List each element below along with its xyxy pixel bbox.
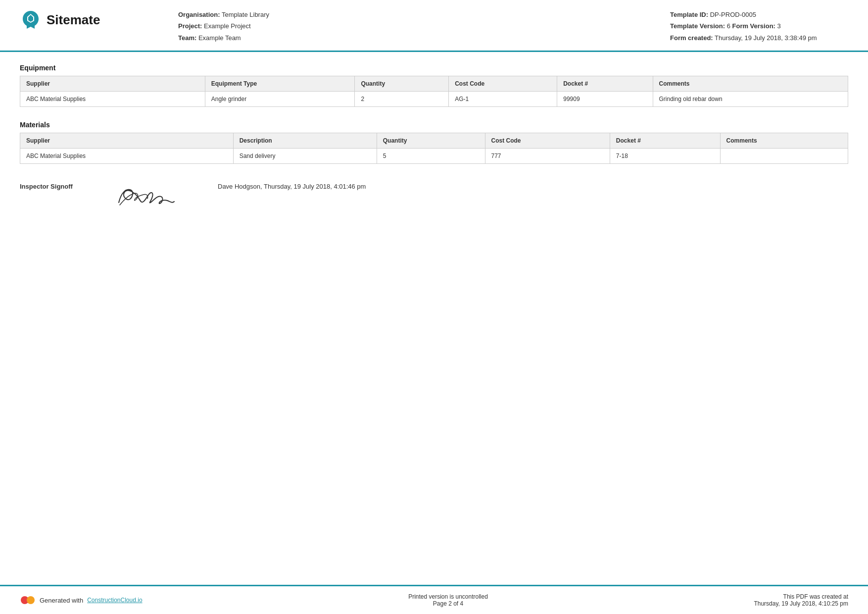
equipment-row-1: ABC Material Supplies Angle grinder 2 AG… bbox=[20, 92, 848, 107]
footer-pdf-created-text: This PDF was created at bbox=[754, 593, 848, 600]
form-version-value: 3 bbox=[777, 22, 781, 30]
materials-col-docket: Docket # bbox=[610, 133, 720, 149]
materials-row1-quantity: 5 bbox=[377, 149, 485, 164]
footer-link[interactable]: ConstructionCloud.io bbox=[87, 597, 142, 604]
materials-title: Materials bbox=[20, 121, 848, 129]
organisation-line: Organisation: Template Library bbox=[178, 9, 670, 20]
footer-pdf-created-date: Thursday, 19 July 2018, 4:10:25 pm bbox=[754, 600, 848, 607]
signoff-section: Inspector Signoff Dave Hodgson, Thursday… bbox=[20, 178, 848, 214]
template-id-line: Template ID: DP-PROD-0005 bbox=[670, 9, 848, 20]
template-id-value: DP-PROD-0005 bbox=[710, 11, 756, 18]
project-label: Project: bbox=[178, 22, 202, 30]
materials-table: Supplier Description Quantity Cost Code … bbox=[20, 133, 848, 164]
header-meta-left: Organisation: Template Library Project: … bbox=[148, 9, 670, 44]
team-label: Team: bbox=[178, 34, 196, 42]
header-meta-right: Template ID: DP-PROD-0005 Template Versi… bbox=[670, 9, 848, 44]
footer-uncontrolled: Printed version is uncontrolled bbox=[408, 593, 488, 600]
materials-table-header: Supplier Description Quantity Cost Code … bbox=[20, 133, 848, 149]
signoff-text: Dave Hodgson, Thursday, 19 July 2018, 4:… bbox=[208, 178, 366, 190]
footer-generated-text: Generated with bbox=[40, 597, 83, 604]
equipment-table: Supplier Equipment Type Quantity Cost Co… bbox=[20, 76, 848, 107]
materials-row1-supplier: ABC Material Supplies bbox=[20, 149, 234, 164]
organisation-value: Template Library bbox=[222, 11, 269, 18]
materials-row1-comments bbox=[720, 149, 848, 164]
materials-col-supplier: Supplier bbox=[20, 133, 234, 149]
footer-right: This PDF was created at Thursday, 19 Jul… bbox=[754, 593, 848, 607]
organisation-label: Organisation: bbox=[178, 11, 220, 18]
signoff-signature bbox=[109, 178, 208, 214]
version-line: Template Version: 6 Form Version: 3 bbox=[670, 20, 848, 32]
logo-area: Sitemate bbox=[20, 9, 148, 31]
equipment-table-header: Supplier Equipment Type Quantity Cost Co… bbox=[20, 76, 848, 92]
materials-col-comments: Comments bbox=[720, 133, 848, 149]
logo-text: Sitemate bbox=[47, 12, 100, 28]
footer-page: Page 2 of 4 bbox=[408, 600, 488, 607]
template-version-value: 6 bbox=[727, 22, 730, 30]
equipment-row1-comments: Grinding old rebar down bbox=[653, 92, 848, 107]
form-version-label: Form Version: bbox=[732, 22, 775, 30]
signature-svg bbox=[109, 178, 188, 212]
page-header: Sitemate Organisation: Template Library … bbox=[0, 0, 868, 52]
signoff-label: Inspector Signoff bbox=[20, 178, 109, 190]
equipment-row1-cost-code: AG-1 bbox=[449, 92, 557, 107]
equipment-table-body: ABC Material Supplies Angle grinder 2 AG… bbox=[20, 92, 848, 107]
footer-center: Printed version is uncontrolled Page 2 o… bbox=[408, 593, 488, 607]
template-id-label: Template ID: bbox=[670, 11, 708, 18]
svg-point-1 bbox=[27, 596, 35, 604]
materials-header-row: Supplier Description Quantity Cost Code … bbox=[20, 133, 848, 149]
equipment-col-cost-code: Cost Code bbox=[449, 76, 557, 92]
footer-logo-icon bbox=[20, 592, 36, 608]
page-footer: Generated with ConstructionCloud.io Prin… bbox=[0, 585, 868, 614]
equipment-header-row: Supplier Equipment Type Quantity Cost Co… bbox=[20, 76, 848, 92]
equipment-col-comments: Comments bbox=[653, 76, 848, 92]
equipment-section: Equipment Supplier Equipment Type Quanti… bbox=[20, 64, 848, 107]
form-created-value: Thursday, 19 July 2018, 3:38:49 pm bbox=[715, 34, 817, 42]
template-version-label: Template Version: bbox=[670, 22, 725, 30]
materials-row-1: ABC Material Supplies Sand delivery 5 77… bbox=[20, 149, 848, 164]
equipment-col-type: Equipment Type bbox=[205, 76, 355, 92]
materials-table-body: ABC Material Supplies Sand delivery 5 77… bbox=[20, 149, 848, 164]
team-line: Team: Example Team bbox=[178, 32, 670, 44]
equipment-row1-quantity: 2 bbox=[355, 92, 449, 107]
equipment-col-docket: Docket # bbox=[557, 76, 653, 92]
equipment-col-quantity: Quantity bbox=[355, 76, 449, 92]
team-value: Example Team bbox=[198, 34, 241, 42]
project-line: Project: Example Project bbox=[178, 20, 670, 32]
equipment-row1-supplier: ABC Material Supplies bbox=[20, 92, 205, 107]
main-content: Equipment Supplier Equipment Type Quanti… bbox=[0, 52, 868, 585]
project-value: Example Project bbox=[204, 22, 251, 30]
materials-col-quantity: Quantity bbox=[377, 133, 485, 149]
materials-col-description: Description bbox=[233, 133, 377, 149]
materials-row1-docket: 7-18 bbox=[610, 149, 720, 164]
materials-section: Materials Supplier Description Quantity … bbox=[20, 121, 848, 164]
equipment-row1-type: Angle grinder bbox=[205, 92, 355, 107]
sitemate-logo-icon bbox=[20, 9, 42, 31]
form-created-line: Form created: Thursday, 19 July 2018, 3:… bbox=[670, 32, 848, 44]
footer-left: Generated with ConstructionCloud.io bbox=[20, 592, 143, 608]
equipment-col-supplier: Supplier bbox=[20, 76, 205, 92]
materials-col-cost-code: Cost Code bbox=[485, 133, 610, 149]
equipment-row1-docket: 99909 bbox=[557, 92, 653, 107]
materials-row1-description: Sand delivery bbox=[233, 149, 377, 164]
materials-row1-cost-code: 777 bbox=[485, 149, 610, 164]
equipment-title: Equipment bbox=[20, 64, 848, 72]
form-created-label: Form created: bbox=[670, 34, 713, 42]
